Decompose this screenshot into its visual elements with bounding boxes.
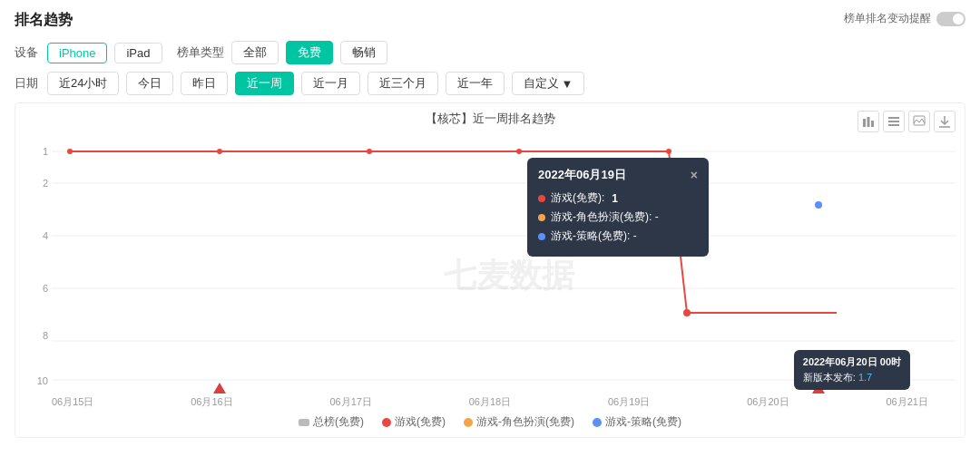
tooltip-row-0: 游戏(免费): 1 <box>538 190 698 206</box>
y-label-1: 1 <box>43 146 48 157</box>
y-label-6: 6 <box>43 283 48 294</box>
date-filter-label: 日期 <box>15 75 40 92</box>
svg-point-21 <box>815 201 822 209</box>
tooltip-label-1: 游戏-角色扮演(免费): - <box>551 209 659 225</box>
toggle-label: 榜单排名变动提醒 <box>844 11 931 26</box>
svg-marker-22 <box>213 383 226 393</box>
tooltip-row-2: 游戏-策略(免费): - <box>538 228 698 244</box>
image-icon[interactable] <box>908 111 930 132</box>
date-week-btn[interactable]: 近一周 <box>235 72 294 95</box>
chart-legend: 总榜(免费) 游戏(免费) 游戏-角色扮演(免费) 游戏-策略(免费) <box>15 414 965 430</box>
date-24h-btn[interactable]: 近24小时 <box>47 72 119 95</box>
tooltip-row-1: 游戏-角色扮演(免费): - <box>538 209 698 225</box>
legend-label-game: 游戏(免费) <box>395 414 446 430</box>
ranking-alert-toggle[interactable] <box>936 12 965 26</box>
legend-color-game <box>382 418 391 427</box>
svg-rect-4 <box>888 121 899 122</box>
date-month-btn[interactable]: 近一月 <box>301 72 360 95</box>
x-label-0619: 06月19日 <box>608 395 650 409</box>
legend-item-total: 总榜(免费) <box>299 414 364 430</box>
page-container: 排名趋势 榜单排名变动提醒 设备 iPhone iPad 榜单类型 全部 免费 … <box>0 0 980 449</box>
x-label-0615: 06月15日 <box>52 395 93 409</box>
tooltip-box: 2022年06月19日 × 游戏(免费): 1 游戏-角色扮演(免费): - 游… <box>527 158 709 257</box>
chart-type-top-btn[interactable]: 畅销 <box>340 41 387 64</box>
svg-point-18 <box>367 149 372 154</box>
legend-color-rpg <box>464 418 473 427</box>
x-label-0618: 06月18日 <box>469 395 511 409</box>
svg-rect-0 <box>863 119 866 127</box>
chart-title: 【核芯】近一周排名趋势 <box>15 103 965 131</box>
svg-point-20 <box>666 149 671 154</box>
legend-color-strategy <box>593 418 602 427</box>
svg-point-16 <box>67 149 73 154</box>
bottom-tooltip-value: 1.7 <box>858 372 872 383</box>
legend-item-strategy: 游戏-策略(免费) <box>593 414 681 430</box>
date-yesterday-btn[interactable]: 昨日 <box>181 72 228 95</box>
bottom-tooltip-content: 新版本发布: 1.7 <box>803 371 901 384</box>
svg-rect-2 <box>871 121 874 127</box>
tooltip-value-0: 1 <box>612 192 618 205</box>
tooltip-label-0: 游戏(免费): <box>551 190 604 206</box>
legend-item-rpg: 游戏-角色扮演(免费) <box>464 414 574 430</box>
tooltip-close-btn[interactable]: × <box>691 168 698 182</box>
tooltip-dot-1 <box>538 214 545 221</box>
legend-color-total <box>299 419 309 426</box>
tooltip-dot-2 <box>538 233 545 240</box>
legend-item-game: 游戏(免费) <box>382 414 446 430</box>
list-icon[interactable] <box>883 111 905 132</box>
bar-chart-icon[interactable] <box>858 111 879 132</box>
x-label-0621: 06月21日 <box>887 395 928 409</box>
top-right-toggle-area: 榜单排名变动提醒 <box>844 11 965 26</box>
chart-toolbar <box>858 111 956 132</box>
date-custom-btn[interactable]: 自定义 ▼ <box>512 72 584 95</box>
y-label-2: 2 <box>43 178 48 189</box>
x-label-0620: 06月20日 <box>747 395 789 409</box>
device-ipad-btn[interactable]: iPad <box>114 43 162 63</box>
x-label-0616: 06月16日 <box>191 395 232 409</box>
legend-label-total: 总榜(免费) <box>313 414 364 430</box>
y-axis: 1 2 4 6 8 10 <box>24 131 52 393</box>
device-filter-label: 设备 <box>15 44 40 61</box>
chart-type-all-btn[interactable]: 全部 <box>231 41 279 64</box>
y-label-8: 8 <box>43 330 48 341</box>
tooltip-date: 2022年06月19日 <box>538 167 626 183</box>
chart-area: 【核芯】近一周排名趋势 1 2 4 6 8 <box>15 102 965 438</box>
date-filter-row: 日期 近24小时 今日 昨日 近一周 近一月 近三个月 近一年 自定义 ▼ <box>15 72 965 95</box>
page-title: 排名趋势 <box>15 11 965 30</box>
tooltip-dot-0 <box>538 195 545 202</box>
svg-rect-5 <box>888 124 899 126</box>
tooltip-label-2: 游戏-策略(免费): - <box>551 228 637 244</box>
legend-label-rpg: 游戏-角色扮演(免费) <box>476 414 574 430</box>
bottom-tooltip-title: 2022年06月20日 00时 <box>803 355 901 369</box>
svg-rect-1 <box>867 117 870 127</box>
svg-point-19 <box>516 149 522 154</box>
device-iphone-btn[interactable]: iPhone <box>47 43 107 63</box>
x-axis: 06月15日 06月16日 06月17日 06月18日 06月19日 06月20… <box>52 395 928 409</box>
device-filter-row: 设备 iPhone iPad 榜单类型 全部 免费 畅销 <box>15 41 965 64</box>
toggle-knob <box>953 14 964 24</box>
chart-type-filter-label: 榜单类型 <box>177 44 224 61</box>
tooltip-header: 2022年06月19日 × <box>538 167 698 183</box>
y-label-10: 10 <box>37 375 48 386</box>
legend-label-strategy: 游戏-策略(免费) <box>605 414 681 430</box>
chart-type-free-btn[interactable]: 免费 <box>286 41 333 64</box>
bottom-tooltip-label: 新版本发布: <box>803 372 856 383</box>
y-label-4: 4 <box>43 230 48 241</box>
download-icon[interactable] <box>934 111 956 132</box>
svg-point-17 <box>217 149 222 154</box>
date-3month-btn[interactable]: 近三个月 <box>368 72 438 95</box>
date-today-btn[interactable]: 今日 <box>126 72 173 95</box>
x-label-0617: 06月17日 <box>330 395 372 409</box>
svg-rect-3 <box>888 117 899 119</box>
date-year-btn[interactable]: 近一年 <box>446 72 505 95</box>
bottom-tooltip: 2022年06月20日 00时 新版本发布: 1.7 <box>794 350 910 390</box>
